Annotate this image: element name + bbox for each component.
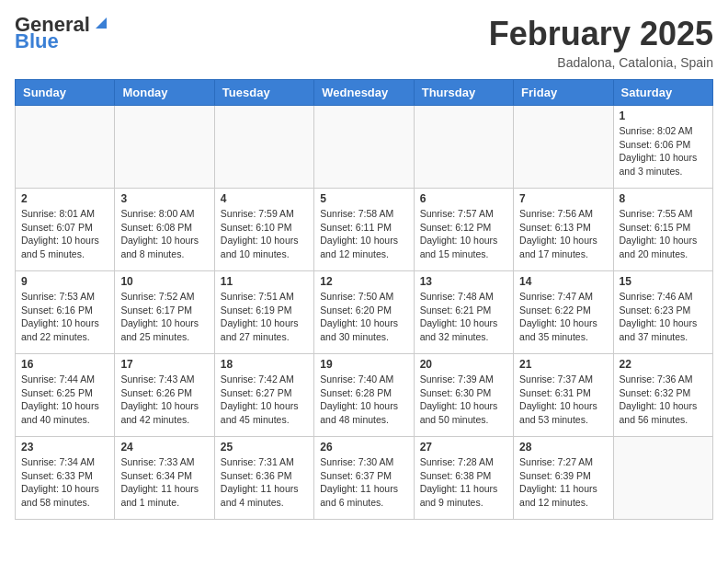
day-number: 12 <box>320 275 407 288</box>
day-number: 26 <box>320 441 407 454</box>
calendar-table: SundayMondayTuesdayWednesdayThursdayFrid… <box>15 79 713 520</box>
calendar-header-saturday: Saturday <box>613 80 712 106</box>
calendar-cell: 7Sunrise: 7:56 AM Sunset: 6:13 PM Daylig… <box>514 189 613 271</box>
day-info: Sunrise: 7:46 AM Sunset: 6:23 PM Dayligh… <box>620 290 707 344</box>
month-title: February 2025 <box>489 15 713 53</box>
calendar-cell: 21Sunrise: 7:37 AM Sunset: 6:31 PM Dayli… <box>514 354 613 437</box>
day-info: Sunrise: 7:48 AM Sunset: 6:21 PM Dayligh… <box>420 290 507 344</box>
page-header: General Blue February 2025 Badalona, Cat… <box>15 15 713 70</box>
calendar-cell: 10Sunrise: 7:52 AM Sunset: 6:17 PM Dayli… <box>115 271 214 354</box>
calendar-header-thursday: Thursday <box>414 80 513 106</box>
logo-blue: Blue <box>15 31 59 52</box>
day-number: 24 <box>120 441 208 454</box>
calendar-header-monday: Monday <box>115 80 214 106</box>
day-number: 25 <box>221 441 308 454</box>
day-number: 23 <box>21 441 108 454</box>
day-number: 28 <box>519 441 607 454</box>
calendar-cell: 4Sunrise: 7:59 AM Sunset: 6:10 PM Daylig… <box>214 189 313 271</box>
calendar-cell: 14Sunrise: 7:47 AM Sunset: 6:22 PM Dayli… <box>514 271 613 354</box>
calendar-cell <box>115 106 214 189</box>
svg-marker-0 <box>96 17 107 29</box>
day-number: 5 <box>320 192 407 205</box>
calendar-cell: 2Sunrise: 8:01 AM Sunset: 6:07 PM Daylig… <box>16 189 115 271</box>
day-info: Sunrise: 7:58 AM Sunset: 6:11 PM Dayligh… <box>320 207 407 261</box>
calendar-cell: 28Sunrise: 7:27 AM Sunset: 6:39 PM Dayli… <box>514 437 613 520</box>
day-info: Sunrise: 7:39 AM Sunset: 6:30 PM Dayligh… <box>420 373 507 427</box>
day-number: 13 <box>420 275 507 288</box>
day-info: Sunrise: 8:00 AM Sunset: 6:08 PM Dayligh… <box>120 207 208 261</box>
calendar-cell: 18Sunrise: 7:42 AM Sunset: 6:27 PM Dayli… <box>214 354 313 437</box>
day-number: 7 <box>519 192 607 205</box>
calendar-cell: 22Sunrise: 7:36 AM Sunset: 6:32 PM Dayli… <box>613 354 712 437</box>
calendar-cell: 12Sunrise: 7:50 AM Sunset: 6:20 PM Dayli… <box>314 271 414 354</box>
day-number: 11 <box>221 275 308 288</box>
calendar-header-tuesday: Tuesday <box>214 80 313 106</box>
calendar-week-row: 16Sunrise: 7:44 AM Sunset: 6:25 PM Dayli… <box>16 354 713 437</box>
calendar-cell: 8Sunrise: 7:55 AM Sunset: 6:15 PM Daylig… <box>613 189 712 271</box>
day-number: 2 <box>21 192 108 205</box>
day-number: 8 <box>620 192 707 205</box>
day-number: 4 <box>221 192 308 205</box>
day-info: Sunrise: 7:37 AM Sunset: 6:31 PM Dayligh… <box>519 373 607 427</box>
day-info: Sunrise: 7:30 AM Sunset: 6:37 PM Dayligh… <box>320 455 407 510</box>
day-info: Sunrise: 7:34 AM Sunset: 6:33 PM Dayligh… <box>21 455 108 510</box>
calendar-cell: 11Sunrise: 7:51 AM Sunset: 6:19 PM Dayli… <box>214 271 313 354</box>
day-info: Sunrise: 7:27 AM Sunset: 6:39 PM Dayligh… <box>519 455 607 510</box>
location: Badalona, Catalonia, Spain <box>489 55 713 70</box>
day-number: 14 <box>519 275 607 288</box>
day-info: Sunrise: 7:43 AM Sunset: 6:26 PM Dayligh… <box>120 373 208 427</box>
day-number: 19 <box>320 358 407 371</box>
day-number: 17 <box>120 358 208 371</box>
day-info: Sunrise: 7:33 AM Sunset: 6:34 PM Dayligh… <box>120 455 208 510</box>
calendar-cell <box>314 106 414 189</box>
calendar-cell <box>514 106 613 189</box>
calendar-cell: 15Sunrise: 7:46 AM Sunset: 6:23 PM Dayli… <box>613 271 712 354</box>
day-info: Sunrise: 7:36 AM Sunset: 6:32 PM Dayligh… <box>620 373 707 427</box>
calendar-cell: 1Sunrise: 8:02 AM Sunset: 6:06 PM Daylig… <box>613 106 712 189</box>
day-info: Sunrise: 7:51 AM Sunset: 6:19 PM Dayligh… <box>221 290 308 344</box>
logo-triangle-icon <box>92 14 110 32</box>
calendar-cell: 24Sunrise: 7:33 AM Sunset: 6:34 PM Dayli… <box>115 437 214 520</box>
calendar-week-row: 23Sunrise: 7:34 AM Sunset: 6:33 PM Dayli… <box>16 437 713 520</box>
calendar-cell <box>16 106 115 189</box>
day-number: 3 <box>120 192 208 205</box>
calendar-cell <box>214 106 313 189</box>
calendar-cell: 5Sunrise: 7:58 AM Sunset: 6:11 PM Daylig… <box>314 189 414 271</box>
title-block: February 2025 Badalona, Catalonia, Spain <box>489 15 713 70</box>
calendar-header-wednesday: Wednesday <box>314 80 414 106</box>
calendar-cell: 27Sunrise: 7:28 AM Sunset: 6:38 PM Dayli… <box>414 437 513 520</box>
calendar-cell <box>414 106 513 189</box>
day-info: Sunrise: 7:59 AM Sunset: 6:10 PM Dayligh… <box>221 207 308 261</box>
day-number: 27 <box>420 441 507 454</box>
day-number: 22 <box>620 358 707 371</box>
day-number: 18 <box>221 358 308 371</box>
day-number: 1 <box>620 109 707 122</box>
day-info: Sunrise: 7:52 AM Sunset: 6:17 PM Dayligh… <box>120 290 208 344</box>
day-number: 16 <box>21 358 108 371</box>
day-info: Sunrise: 8:02 AM Sunset: 6:06 PM Dayligh… <box>620 124 707 178</box>
calendar-cell: 26Sunrise: 7:30 AM Sunset: 6:37 PM Dayli… <box>314 437 414 520</box>
calendar-week-row: 9Sunrise: 7:53 AM Sunset: 6:16 PM Daylig… <box>16 271 713 354</box>
calendar-cell: 25Sunrise: 7:31 AM Sunset: 6:36 PM Dayli… <box>214 437 313 520</box>
day-info: Sunrise: 7:44 AM Sunset: 6:25 PM Dayligh… <box>21 373 108 427</box>
day-info: Sunrise: 7:31 AM Sunset: 6:36 PM Dayligh… <box>221 455 308 510</box>
day-info: Sunrise: 7:47 AM Sunset: 6:22 PM Dayligh… <box>519 290 607 344</box>
calendar-cell: 13Sunrise: 7:48 AM Sunset: 6:21 PM Dayli… <box>414 271 513 354</box>
calendar-header-sunday: Sunday <box>16 80 115 106</box>
day-info: Sunrise: 7:50 AM Sunset: 6:20 PM Dayligh… <box>320 290 407 344</box>
calendar-cell: 6Sunrise: 7:57 AM Sunset: 6:12 PM Daylig… <box>414 189 513 271</box>
day-number: 6 <box>420 192 507 205</box>
calendar-cell <box>613 437 712 520</box>
day-info: Sunrise: 7:56 AM Sunset: 6:13 PM Dayligh… <box>519 207 607 261</box>
day-number: 9 <box>21 275 108 288</box>
day-number: 10 <box>120 275 208 288</box>
day-info: Sunrise: 7:42 AM Sunset: 6:27 PM Dayligh… <box>221 373 308 427</box>
day-number: 21 <box>519 358 607 371</box>
calendar-cell: 20Sunrise: 7:39 AM Sunset: 6:30 PM Dayli… <box>414 354 513 437</box>
logo: General Blue <box>15 15 110 52</box>
calendar-header-row: SundayMondayTuesdayWednesdayThursdayFrid… <box>16 80 713 106</box>
day-info: Sunrise: 7:55 AM Sunset: 6:15 PM Dayligh… <box>620 207 707 261</box>
calendar-cell: 17Sunrise: 7:43 AM Sunset: 6:26 PM Dayli… <box>115 354 214 437</box>
calendar-header-friday: Friday <box>514 80 613 106</box>
calendar-week-row: 2Sunrise: 8:01 AM Sunset: 6:07 PM Daylig… <box>16 189 713 271</box>
